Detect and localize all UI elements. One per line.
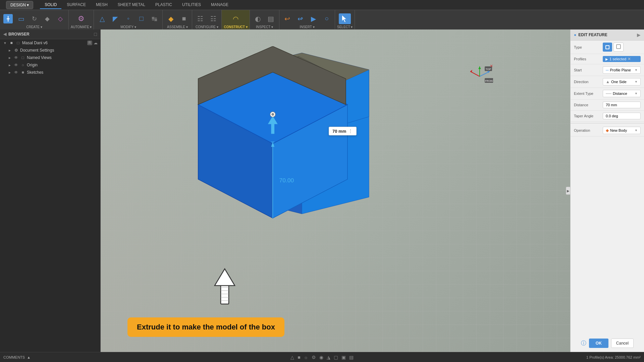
ok-button[interactable]: OK xyxy=(589,339,608,348)
create-label[interactable]: CREATE ▾ xyxy=(26,25,42,29)
insert2-btn[interactable]: ↫ xyxy=(294,13,307,24)
dimension-annotation[interactable]: 70 mm ⋮ xyxy=(329,127,357,135)
annotation-menu-icon[interactable]: ⋮ xyxy=(348,128,353,134)
select-group: SELECT ▾ xyxy=(335,10,355,29)
profiles-clear-btn[interactable]: ✕ xyxy=(628,57,631,61)
panel-title-text: EDIT FEATURE xyxy=(578,33,607,37)
start-dropdown[interactable]: ─ Profile Plane ▼ xyxy=(603,66,641,74)
tab-mesh[interactable]: MESH xyxy=(91,1,112,9)
configure-group: ☷ ☷ CONFIGURE ▾ xyxy=(192,10,222,29)
distance-input[interactable] xyxy=(603,102,641,108)
new-component-btn[interactable]: ╋ xyxy=(2,13,14,24)
insert3-btn[interactable]: ▶ xyxy=(308,13,320,24)
assemble-label[interactable]: ASSEMBLE ▾ xyxy=(167,25,188,29)
profiles-badge: ▶ 1 selected ✕ xyxy=(603,56,641,62)
operation-row: Operation ◆ New Body ▼ xyxy=(571,125,644,136)
tree-item-sketches[interactable]: ► 👁 ■ Sketches xyxy=(0,69,100,76)
sweep-btn[interactable]: ◆ xyxy=(41,13,53,24)
cloud-icon: ☁ xyxy=(94,41,98,45)
comments-expand-icon[interactable]: ▲ xyxy=(27,355,31,359)
select-btn[interactable] xyxy=(339,13,351,24)
insert-label[interactable]: INSERT ▾ xyxy=(300,25,314,29)
inspect-label[interactable]: INSPECT ▾ xyxy=(256,25,273,29)
inspect-btn[interactable]: ◐ xyxy=(252,13,264,24)
tab-utilities[interactable]: UTILITIES xyxy=(177,1,206,9)
svg-text:70.00: 70.00 xyxy=(279,177,294,184)
status-icon-6[interactable]: ◮ xyxy=(327,355,330,360)
start-chevron: ▼ xyxy=(635,68,638,72)
type-value xyxy=(603,43,641,52)
type-solid-btn[interactable] xyxy=(603,43,612,52)
design-button[interactable]: DESIGN ▾ xyxy=(6,1,33,9)
tree-item-doc-settings[interactable]: ► ⚙ Document Settings xyxy=(0,47,100,54)
status-icon-1[interactable]: △ xyxy=(290,355,294,360)
panel-expand-btn[interactable]: ▶ xyxy=(637,32,641,38)
press-pull-btn[interactable]: △ xyxy=(96,13,108,24)
extent-type-dropdown[interactable]: ── Distance ▼ xyxy=(603,90,641,97)
tree-item-origin[interactable]: ► 👁 ○ Origin xyxy=(0,61,100,69)
type-surface-btn[interactable] xyxy=(613,43,624,52)
svg-marker-32 xyxy=(478,66,481,69)
operation-label: Operation xyxy=(574,128,601,132)
chamfer-btn[interactable]: ◦ xyxy=(122,13,134,24)
inspect2-btn[interactable]: ▤ xyxy=(265,13,277,24)
profiles-selected-text: 1 selected xyxy=(609,57,626,61)
revolve-btn[interactable]: ↻ xyxy=(28,13,40,24)
extrude-btn[interactable]: ▭ xyxy=(15,13,27,24)
direction-dropdown[interactable]: ▲ One Side ▼ xyxy=(603,78,641,85)
start-value: ─ Profile Plane ▼ xyxy=(603,66,641,74)
loft-btn[interactable]: ◇ xyxy=(54,13,66,24)
tab-sheet-metal[interactable]: SHEET METAL xyxy=(113,1,150,9)
extent-type-chevron: ▼ xyxy=(635,92,638,95)
start-row: Start ─ Profile Plane ▼ xyxy=(571,64,644,76)
taper-angle-input[interactable] xyxy=(603,113,641,119)
insert-group: ↩ ↫ ▶ ○ INSERT ▾ xyxy=(279,10,335,29)
insert4-btn[interactable]: ○ xyxy=(321,13,333,24)
automate-btn[interactable]: ⚙ xyxy=(75,13,87,24)
construct-label[interactable]: CONSTRUCT ▾ xyxy=(224,25,248,29)
insert-btn[interactable]: ↩ xyxy=(281,13,293,24)
modify-label[interactable]: MODIFY ▾ xyxy=(120,25,136,29)
tab-plastic[interactable]: PLASTIC xyxy=(151,1,177,9)
tab-solid[interactable]: SOLID xyxy=(40,1,61,9)
status-icon-7[interactable]: ▢ xyxy=(334,355,338,360)
gizmo-close[interactable]: ✕ xyxy=(490,64,493,68)
viewport[interactable]: 70.00 70 mm ⋮ Extrude it to make the mod… xyxy=(101,29,570,352)
status-icon-9[interactable]: ▤ xyxy=(349,355,354,360)
select-label[interactable]: SELECT ▾ xyxy=(337,25,353,29)
design-label: DESIGN ▾ xyxy=(10,3,29,7)
operation-dropdown[interactable]: ◆ New Body ▼ xyxy=(603,127,641,134)
configure-table-btn[interactable]: ☷ xyxy=(207,13,219,24)
status-icon-3[interactable]: ☼ xyxy=(304,355,308,360)
tree-item-named-views[interactable]: ► 👁 □ Named Views xyxy=(0,54,100,61)
tab-surface[interactable]: SURFACE xyxy=(62,1,91,9)
view-gizmo[interactable]: TOP FRONT ✕ xyxy=(466,63,493,90)
configure-label[interactable]: CONFIGURE ▾ xyxy=(196,25,218,29)
move-btn[interactable]: ↹ xyxy=(148,13,160,24)
status-icon-2[interactable]: ■ xyxy=(298,355,300,360)
profiles-row: Profiles ▶ 1 selected ✕ xyxy=(571,54,644,64)
info-button[interactable]: ⓘ xyxy=(581,339,586,348)
status-icon-5[interactable]: ◉ xyxy=(319,355,323,360)
svg-marker-0 xyxy=(342,15,346,22)
cancel-button[interactable]: Cancel xyxy=(611,339,634,348)
assemble-origin-btn[interactable]: ■ xyxy=(178,13,190,24)
configure-btn[interactable]: ☷ xyxy=(194,13,206,24)
tab-bar: DESIGN ▾ SOLID SURFACE MESH SHEET METAL … xyxy=(0,0,644,10)
construct-btn[interactable]: ◠ xyxy=(230,13,242,24)
automate-label[interactable]: AUTOMATE ▾ xyxy=(71,25,92,29)
type-label: Type xyxy=(574,45,601,49)
tree-item-root[interactable]: ▼ ■ □ Masal Dani v6 R ☁ xyxy=(0,39,100,47)
status-icon-8[interactable]: ▣ xyxy=(341,355,346,360)
fillet-btn[interactable]: ◤ xyxy=(109,13,121,24)
assemble-joint-btn[interactable]: ◆ xyxy=(165,13,177,24)
shell-btn[interactable]: □ xyxy=(135,13,147,24)
browser-collapse-btn[interactable]: □ xyxy=(94,32,97,37)
panel-collapse-btn[interactable]: ▶ xyxy=(566,187,571,195)
type-row: Type xyxy=(571,41,644,54)
tab-manage[interactable]: MANAGE xyxy=(206,1,233,9)
browser-header: ◀ BROWSER □ xyxy=(0,29,100,39)
status-icon-4[interactable]: ⚙ xyxy=(312,355,316,360)
comments-label: COMMENTS xyxy=(3,355,25,359)
direction-row: Direction ▲ One Side ▼ xyxy=(571,76,644,88)
